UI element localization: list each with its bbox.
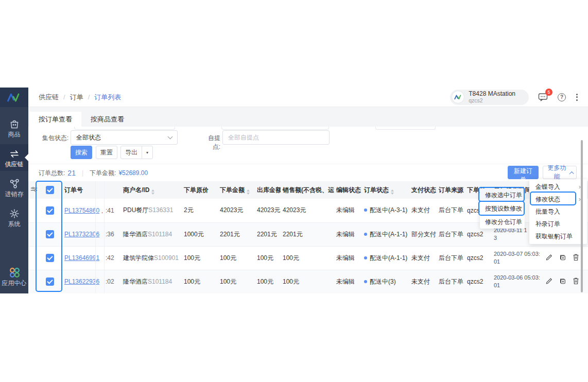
cell-last-op: 2020-03-07 05:03: 01: [492, 246, 543, 270]
cell-price: 1000元: [182, 222, 218, 246]
cell-price: 2元: [182, 199, 218, 222]
sidebar-item-goods[interactable]: 商品: [0, 114, 28, 141]
submenu-item-modify-selected-orders[interactable]: 修改选中订单: [480, 188, 525, 202]
submenu-item-modify-by-preset[interactable]: 按预设数修改: [480, 202, 525, 215]
avatar: [452, 91, 464, 103]
menu-item-batch-import[interactable]: 批量导入: [529, 205, 587, 218]
sidebar-item-app-center[interactable]: 应用中心: [0, 263, 28, 289]
cell-edit-status: 未编辑: [334, 246, 362, 270]
delete-icon[interactable]: [573, 277, 579, 286]
select-all-checkbox[interactable]: [46, 186, 54, 194]
package-status-value: 全部状态: [76, 133, 101, 142]
tab-view-by-order[interactable]: 按订单查看: [29, 112, 81, 127]
sort-icon[interactable]: [151, 189, 154, 195]
package-status-label: 集包状态:: [40, 134, 68, 143]
row-checkbox[interactable]: [46, 206, 54, 215]
package-status-select[interactable]: 全部状态: [71, 130, 178, 145]
more-functions-button[interactable]: 更多功能: [543, 166, 577, 179]
help-icon[interactable]: [558, 93, 566, 101]
exchange-arrows-icon: [9, 148, 20, 160]
cell-source: 后台下单: [437, 199, 465, 222]
vertical-scrollbar[interactable]: [581, 140, 583, 292]
user-name: T8428 MAstation: [469, 91, 515, 98]
merchant-name: 隆华酒店: [123, 278, 148, 285]
delete-icon[interactable]: [573, 253, 579, 263]
user-info: T8428 MAstation qzcs2: [469, 91, 515, 104]
stats-separator: [82, 169, 83, 177]
menu-item-modify-status[interactable]: 修改状态›: [529, 193, 587, 205]
col-outbound: 出库金额: [255, 181, 281, 199]
table-row[interactable]: PL13646991 :42 建筑学院偉S100901 100元 100元 10…: [28, 246, 588, 270]
fixed-column-divider: [95, 181, 96, 293]
edit-icon[interactable]: [545, 253, 552, 263]
chevron-up-icon: [569, 171, 574, 176]
merchant-id: S101184: [148, 278, 172, 285]
reset-button[interactable]: 重置: [96, 146, 117, 159]
sort-icon[interactable]: [391, 189, 394, 195]
order-time-clipped: :41: [102, 199, 121, 222]
pickup-point-label: 自提点:: [201, 134, 220, 151]
logo-icon: [7, 92, 22, 102]
copy-icon[interactable]: [559, 253, 566, 263]
table-row[interactable]: PL13622936 :02 隆华酒店S101184 100元 100元 100…: [28, 270, 588, 293]
messages-icon[interactable]: 5: [538, 93, 548, 102]
row-checkbox[interactable]: [46, 277, 54, 286]
app-logo[interactable]: [0, 88, 28, 107]
order-link[interactable]: PL13646991: [64, 254, 99, 262]
sort-icon[interactable]: [247, 189, 250, 195]
share-nodes-icon: [9, 178, 20, 189]
edit-icon[interactable]: [545, 277, 552, 286]
order-link[interactable]: PL13622936: [64, 278, 99, 285]
cell-pay-status: 未支付: [409, 270, 437, 293]
sidebar-item-inventory[interactable]: 进销存: [0, 174, 28, 201]
merchant-id: S101184: [148, 231, 172, 238]
user-account[interactable]: T8428 MAstation qzcs2: [450, 90, 529, 105]
order-link[interactable]: PL13754860: [64, 207, 99, 214]
order-total-label: 订单总数:: [39, 169, 65, 178]
col-source: 订单来源: [437, 181, 465, 199]
merchant-id: S136331: [148, 206, 173, 214]
menu-item-supplement-order[interactable]: 补录订单: [529, 218, 587, 230]
col-order-status[interactable]: 订单状态: [362, 181, 409, 199]
modify-status-submenu: 修改选中订单 按预设数修改 修改分仓订单: [480, 188, 525, 229]
cell-amount: 42023元: [218, 199, 255, 222]
sidebar-item-system[interactable]: 系统: [0, 204, 28, 231]
export-button[interactable]: 导出: [120, 146, 142, 159]
cell-outbound: 100元: [255, 246, 281, 270]
cell-order-status: 配送中(3): [370, 278, 396, 285]
merchant-name: PDU餐厅: [123, 206, 148, 214]
order-link[interactable]: PL13732306: [64, 231, 99, 238]
pickup-point-input[interactable]: [222, 130, 330, 145]
bag-icon: [9, 118, 20, 130]
kebab-menu-icon[interactable]: [575, 93, 579, 102]
tab-view-by-product[interactable]: 按商品查看: [81, 112, 133, 127]
copy-icon[interactable]: [559, 277, 566, 286]
breadcrumb-supply-chain[interactable]: 供应链: [39, 93, 59, 102]
breadcrumb-orders[interactable]: 订单: [59, 93, 83, 102]
order-total-value: 21: [67, 169, 76, 177]
menu-item-kingdee-import[interactable]: 金蝶导入›: [529, 181, 587, 193]
cell-amount: 100元: [218, 270, 255, 293]
column-settings-icon[interactable]: [30, 187, 38, 194]
breadcrumb: 供应链 订单 订单列表: [39, 93, 121, 102]
col-sales: 销售额(不含税、运): [281, 181, 334, 199]
export-dropdown-button[interactable]: ▾: [142, 146, 153, 159]
app-window: 商品 供应链: [0, 88, 588, 293]
col-merchant[interactable]: 商户名/ID: [121, 181, 182, 199]
col-order-no: 订单号: [62, 181, 102, 199]
merchant-name: 建筑学院偉: [123, 254, 154, 262]
submenu-item-modify-split-warehouse[interactable]: 修改分仓订单: [480, 215, 525, 229]
col-amount[interactable]: 下单金额: [218, 181, 255, 199]
cell-last-op: 2020-03-06 05:03: 01: [492, 270, 543, 293]
cell-sales: 100元: [281, 270, 334, 293]
sidebar-item-supply-chain[interactable]: 供应链: [0, 144, 28, 171]
row-checkbox[interactable]: [46, 254, 54, 262]
row-checkbox[interactable]: [46, 230, 54, 238]
breadcrumb-order-list: 订单列表: [83, 93, 122, 102]
new-order-button[interactable]: 新建订单: [508, 166, 539, 179]
cell-operator: qzcs2: [465, 270, 492, 293]
search-button[interactable]: 搜索: [71, 146, 92, 159]
sidebar-item-label: 商品: [8, 131, 21, 137]
cell-amount: 2201元: [218, 222, 255, 246]
menu-item-fetch-pospal-orders[interactable]: 获取银豹订单: [529, 230, 587, 242]
